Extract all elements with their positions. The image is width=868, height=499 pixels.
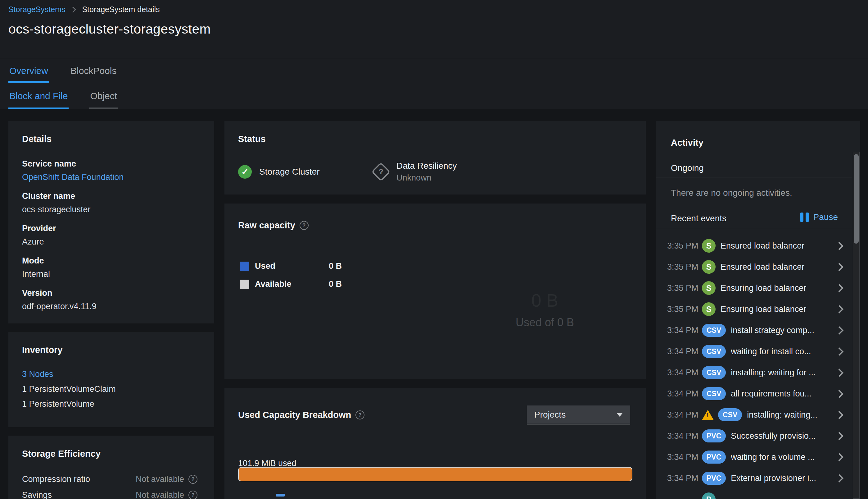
tab-object[interactable]: Object xyxy=(89,83,118,109)
event-time: 3:35 PM xyxy=(667,283,702,293)
chevron-right-icon[interactable] xyxy=(835,368,843,377)
event-row[interactable]: 3:34 PM PVC waiting for a volume ... xyxy=(656,447,852,467)
legend-row: Used 0 B xyxy=(240,261,342,271)
resource-badge: S xyxy=(702,281,716,295)
donut-center-value: 0 B xyxy=(531,290,558,311)
recent-events-header: Recent events xyxy=(671,214,727,223)
event-time: 3:34 PM xyxy=(667,347,702,356)
status-card: Status Storage Cluster Data Resiliency U… xyxy=(225,121,646,195)
used-capacity-bar xyxy=(238,467,632,481)
efficiency-value: Not available xyxy=(136,474,198,484)
legend-label: Available xyxy=(255,279,329,289)
breadcrumb: StorageSystems StorageSystem details xyxy=(8,5,868,14)
resource-badge: CSV xyxy=(718,408,742,421)
chevron-right-icon[interactable] xyxy=(835,411,843,419)
chevron-right-icon[interactable] xyxy=(835,284,843,292)
event-row[interactable]: 3:35 PM S Ensured load balancer xyxy=(656,256,852,278)
used-swatch xyxy=(240,261,249,271)
details-card: Details Service name OpenShift Data Foun… xyxy=(8,121,214,324)
help-icon[interactable] xyxy=(188,491,198,499)
event-row[interactable]: 3:35 PM S Ensuring load balancer xyxy=(656,299,852,320)
chevron-right-icon[interactable] xyxy=(835,348,843,356)
status-card-title: Status xyxy=(238,134,632,144)
chevron-right-icon[interactable] xyxy=(835,474,843,483)
inventory-nodes-link[interactable]: 3 Nodes xyxy=(22,369,201,379)
primary-tabs: Overview BlockPools xyxy=(0,59,868,83)
help-icon[interactable] xyxy=(355,411,364,419)
chevron-right-icon[interactable] xyxy=(835,242,843,250)
tab-block-and-file[interactable]: Block and File xyxy=(8,83,68,109)
details-card-title: Details xyxy=(22,134,201,144)
efficiency-row: Savings Not available xyxy=(22,490,201,499)
event-row[interactable]: 3:35 PM S Ensured load balancer xyxy=(656,235,852,256)
service-name-link[interactable]: OpenShift Data Foundation xyxy=(22,172,201,182)
truncated-legend-link xyxy=(276,494,285,497)
tab-blockpools[interactable]: BlockPools xyxy=(70,59,117,83)
event-row[interactable]: 3:34 PM CSV install strategy comp... xyxy=(656,320,852,341)
page-header: StorageSystems StorageSystem details ocs… xyxy=(0,0,868,59)
warning-triangle-icon xyxy=(702,410,714,420)
chevron-right-icon[interactable] xyxy=(835,326,843,334)
event-message: Ensured load balancer xyxy=(720,241,804,251)
chevron-right-icon[interactable] xyxy=(835,453,843,461)
status-label: Storage Cluster xyxy=(259,167,320,177)
event-message: Ensuring load balancer xyxy=(720,304,806,314)
event-time: 3:35 PM xyxy=(667,304,702,314)
field-value: Internal xyxy=(22,269,201,279)
event-row[interactable]: 3:34 PM CSV waiting for install co... xyxy=(656,341,852,362)
event-message: Successfully provisio... xyxy=(731,431,816,441)
event-row[interactable]: 3:34 PM CSV all requirements fou... xyxy=(656,383,852,404)
event-row[interactable]: 3:34 PM PVC Successfully provisio... xyxy=(656,425,852,447)
field-label: Cluster name xyxy=(22,191,201,201)
breadcrumb-link[interactable]: StorageSystems xyxy=(8,5,65,14)
event-row[interactable]: 3:34 PM PVC External provisioner i... xyxy=(656,467,852,489)
caret-down-icon xyxy=(617,413,623,417)
status-sub-label: Unknown xyxy=(397,173,457,183)
field-label: Version xyxy=(22,288,201,298)
available-swatch xyxy=(240,280,249,289)
success-check-icon xyxy=(238,165,252,179)
activity-card: Activity Ongoing There are no ongoing ac… xyxy=(656,121,860,499)
tab-label: BlockPools xyxy=(71,65,116,76)
field-value: ocs-storagecluster xyxy=(22,205,201,215)
storage-efficiency-title: Storage Efficiency xyxy=(22,449,201,459)
resource-badge: PVC xyxy=(702,472,726,485)
ucb-title: Used Capacity Breakdown xyxy=(238,410,364,420)
event-message: all requirements fou... xyxy=(731,389,812,399)
field-label: Service name xyxy=(22,159,201,169)
pause-button[interactable]: Pause xyxy=(800,212,838,222)
secondary-tabs: Block and File Object xyxy=(0,83,868,109)
activity-scrollbar-track[interactable] xyxy=(853,152,860,499)
status-row: Storage Cluster Data Resiliency Unknown xyxy=(238,161,632,183)
chevron-right-icon[interactable] xyxy=(835,432,843,440)
event-row[interactable]: 3:35 PM S Ensuring load balancer xyxy=(656,278,852,299)
resource-badge: S xyxy=(702,239,716,253)
content-area: Details Service name OpenShift Data Foun… xyxy=(0,109,868,499)
field-value: odf-operator.v4.11.9 xyxy=(22,302,201,311)
inventory-card: Inventory 3 Nodes 1 PersistentVolumeClai… xyxy=(8,332,214,427)
projects-filter-select[interactable]: Projects xyxy=(527,405,630,424)
tab-overview[interactable]: Overview xyxy=(8,59,49,83)
event-message: installing: waiting for ... xyxy=(731,368,816,378)
help-icon[interactable] xyxy=(188,475,198,484)
event-time: 3:34 PM xyxy=(667,389,702,399)
data-resiliency-status: Data Resiliency Unknown xyxy=(373,161,457,183)
activity-scrollbar-thumb[interactable] xyxy=(854,154,859,244)
event-row-partial[interactable]: P xyxy=(656,489,852,499)
inventory-pv-count: 1 PersistentVolume xyxy=(22,399,201,409)
chevron-right-icon[interactable] xyxy=(835,305,843,314)
event-message: install strategy comp... xyxy=(731,326,814,335)
help-icon[interactable] xyxy=(300,221,309,230)
field-label: Mode xyxy=(22,256,201,266)
event-row[interactable]: 3:34 PM CSV installing: waiting... xyxy=(656,404,852,425)
field-label: Provider xyxy=(22,224,201,233)
chevron-right-icon[interactable] xyxy=(835,390,843,398)
raw-capacity-title-text: Raw capacity xyxy=(238,220,295,231)
chevron-right-icon[interactable] xyxy=(835,263,843,271)
tab-label: Block and File xyxy=(9,91,68,101)
raw-capacity-title: Raw capacity xyxy=(238,220,309,231)
event-row[interactable]: 3:34 PM CSV installing: waiting for ... xyxy=(656,362,852,383)
efficiency-value-text: Not available xyxy=(136,490,184,499)
efficiency-label: Compression ratio xyxy=(22,474,136,484)
event-time: 3:34 PM xyxy=(667,431,702,441)
